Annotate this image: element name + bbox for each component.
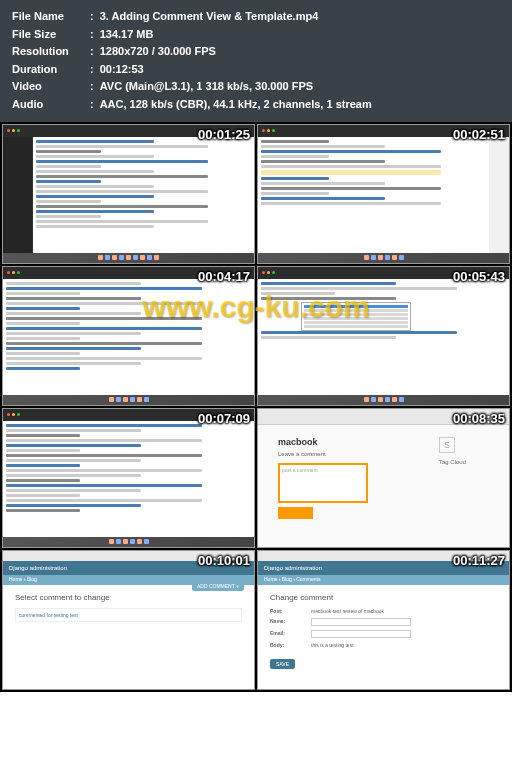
value-filename: 3. Adding Comment View & Template.mp4 (100, 8, 319, 26)
minimize-icon (12, 129, 15, 132)
macos-dock (258, 395, 509, 405)
editor-minimap (489, 137, 509, 253)
text-input (311, 630, 411, 638)
field-label: Email: (270, 630, 305, 638)
close-icon (7, 413, 10, 416)
video-thumbnail[interactable]: 00:04:17 (2, 266, 255, 406)
close-icon (262, 129, 265, 132)
list-item: commented for testing test (15, 608, 242, 622)
label-audio: Audio (12, 96, 90, 114)
timestamp-label: 00:07:09 (198, 411, 250, 426)
thumbnails-grid: 00:01:25 00: (0, 122, 512, 692)
label-video: Video (12, 78, 90, 96)
video-thumbnail[interactable]: 00:11:27 Django administration Home › Bl… (257, 550, 510, 690)
field-label: Name: (270, 618, 305, 626)
save-button: SAVE (270, 659, 295, 669)
submit-button (278, 507, 313, 519)
video-thumbnail[interactable]: 00:07:09 (2, 408, 255, 548)
add-comment-button: ADD COMMENT + (192, 581, 244, 591)
file-metadata-panel: File Name : 3. Adding Comment View & Tem… (0, 0, 512, 122)
macos-dock (3, 395, 254, 405)
field-value: macbook-test review of macbook (311, 608, 384, 614)
video-thumbnail[interactable]: 00:01:25 (2, 124, 255, 264)
editor-content (3, 279, 254, 395)
field-label: Body: (270, 642, 305, 648)
video-thumbnail[interactable]: 00:08:35 macbook Leave a comment post a … (257, 408, 510, 548)
minimize-icon (12, 271, 15, 274)
close-icon (7, 271, 10, 274)
video-thumbnail[interactable]: 00:02:51 (257, 124, 510, 264)
page-title: Select comment to change (15, 593, 242, 602)
timestamp-label: 00:08:35 (453, 411, 505, 426)
label-filesize: File Size (12, 26, 90, 44)
close-icon (262, 271, 265, 274)
macos-dock (3, 253, 254, 263)
editor-content (258, 279, 509, 395)
macos-dock (258, 253, 509, 263)
timestamp-label: 00:10:01 (198, 553, 250, 568)
editor-content (258, 137, 489, 253)
comment-heading: Leave a comment (278, 451, 424, 457)
page-title: Change comment (270, 593, 497, 602)
minimize-icon (267, 129, 270, 132)
value-duration: 00:12:53 (100, 61, 144, 79)
label-filename: File Name (12, 8, 90, 26)
video-thumbnail[interactable]: 00:10:01 Django administration Home › Bl… (2, 550, 255, 690)
label-resolution: Resolution (12, 43, 90, 61)
maximize-icon (272, 271, 275, 274)
text-input (311, 618, 411, 626)
maximize-icon (17, 271, 20, 274)
sidebar-box-icon: S (439, 437, 455, 453)
timestamp-label: 00:02:51 (453, 127, 505, 142)
value-video: AVC (Main@L3.1), 1 318 kb/s, 30.000 FPS (100, 78, 314, 96)
timestamp-label: 00:01:25 (198, 127, 250, 142)
editor-content (33, 137, 254, 253)
value-filesize: 134.17 MB (100, 26, 154, 44)
minimize-icon (267, 271, 270, 274)
maximize-icon (17, 129, 20, 132)
field-value: this is a testing test (311, 642, 354, 648)
value-audio: AAC, 128 kb/s (CBR), 44.1 kHz, 2 channel… (100, 96, 372, 114)
comment-textarea: post a comment (278, 463, 368, 503)
post-title: macbook (278, 437, 424, 447)
autocomplete-popup (301, 302, 411, 331)
timestamp-label: 00:11:27 (453, 553, 505, 568)
label-duration: Duration (12, 61, 90, 79)
editor-content (3, 421, 254, 537)
close-icon (7, 129, 10, 132)
field-label: Post: (270, 608, 305, 614)
value-resolution: 1280x720 / 30.000 FPS (100, 43, 216, 61)
maximize-icon (17, 413, 20, 416)
maximize-icon (272, 129, 275, 132)
minimize-icon (12, 413, 15, 416)
timestamp-label: 00:04:17 (198, 269, 250, 284)
tag-cloud-label: Tag Cloud (439, 459, 489, 465)
macos-dock (3, 537, 254, 547)
breadcrumb: Home › Blog › Comments (258, 575, 509, 585)
video-thumbnail[interactable]: 00:05:43 (257, 266, 510, 406)
timestamp-label: 00:05:43 (453, 269, 505, 284)
editor-sidebar (3, 137, 33, 253)
